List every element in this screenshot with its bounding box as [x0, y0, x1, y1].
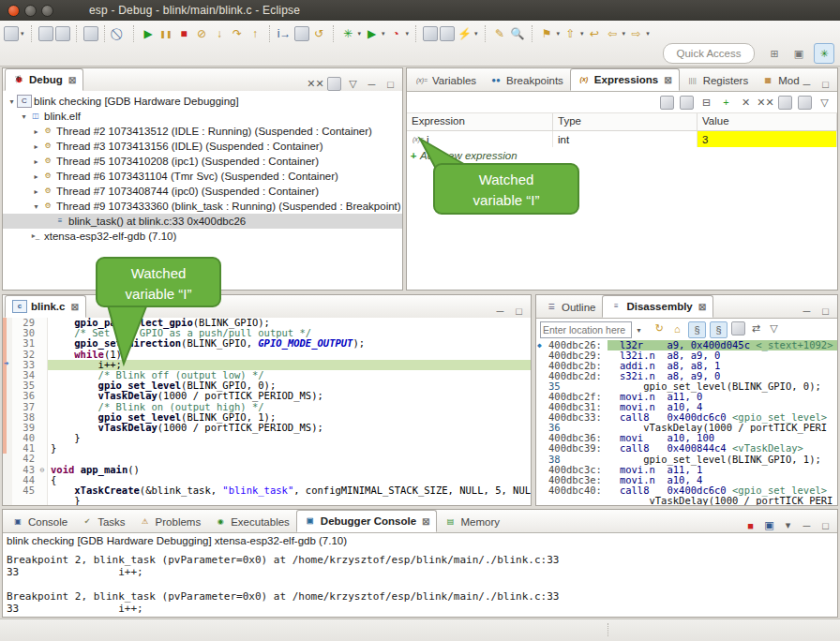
code-line[interactable]: 45 xTaskCreate(&blink_task, "blink_task"… [3, 485, 531, 496]
save-icon[interactable] [38, 26, 53, 41]
maximize-icon[interactable]: □ [818, 77, 832, 91]
tab-disassembly[interactable]: ≡Disassembly⊠ [602, 295, 713, 318]
tree-item[interactable]: ▾Cblink checking [GDB Hardware Debugging… [3, 94, 402, 109]
tree-item[interactable]: ▸⚙Thread #3 1073413156 (IDLE) (Suspended… [3, 139, 402, 154]
tree-item[interactable]: ▸_xtensa-esp32-elf-gdb (7.10) [3, 229, 402, 244]
open-project-icon[interactable] [423, 26, 438, 41]
tab-expressions[interactable]: (x)Expressions⊠ [570, 68, 680, 91]
location-input[interactable] [540, 321, 632, 338]
dropdown-caret-icon[interactable]: ▾ [358, 30, 362, 37]
terminate-icon-red[interactable]: ■ [743, 518, 758, 532]
dropdown-caret-icon[interactable]: ▾ [382, 30, 385, 37]
code-line[interactable]: 41} [3, 443, 531, 454]
maximize-icon[interactable]: □ [512, 304, 526, 318]
tab-close-icon[interactable]: ⊠ [664, 75, 671, 85]
show-source-icon[interactable]: § [688, 321, 706, 338]
fold-marker[interactable]: ⊖ [38, 465, 48, 475]
disassembly-content[interactable]: 400dbc26: l32r a9, 0x400d045c <_stext+10… [536, 340, 837, 505]
show-logical-icon[interactable] [680, 96, 694, 110]
minimize-icon[interactable]: ─ [800, 304, 814, 318]
dropdown-caret-icon[interactable]: ▾ [474, 30, 478, 37]
paintbrush-icon[interactable]: ✎ [492, 26, 508, 42]
show-types-icon[interactable] [660, 96, 674, 110]
tab-blink-c[interactable]: cblink.c⊠ [5, 295, 86, 318]
disassembly-line[interactable]: vTaskDelay(1000 / portTICK_PERI [536, 496, 837, 505]
dropdown-caret-icon[interactable]: ▾ [646, 30, 650, 37]
caret-icon[interactable]: ▾ [781, 518, 795, 532]
code-line[interactable]: 39 vTaskDelay(1000 / portTICK_PERIOD_MS)… [3, 423, 531, 433]
tab-variables[interactable]: (x)=Variables [409, 70, 483, 91]
forward-icon[interactable]: ⇨ [628, 26, 644, 42]
tab-close-icon[interactable]: ⊠ [68, 75, 76, 85]
step-over-icon[interactable]: ↷ [230, 26, 246, 42]
export-icon[interactable] [798, 96, 812, 110]
goto-annotation-icon[interactable]: ⇧ [562, 26, 578, 42]
expander-icon[interactable]: ▾ [19, 112, 29, 121]
view-menu-icon[interactable]: ▽ [818, 96, 832, 110]
tree-item[interactable]: ▾◫blink.elf [3, 109, 402, 124]
bookmark-icon[interactable]: ⚑ [539, 26, 555, 42]
resume-icon[interactable]: ▶ [141, 26, 157, 42]
tab-problems[interactable]: ⚠Problems [132, 512, 208, 532]
search-icon[interactable]: 🔍 [510, 26, 526, 42]
remove-all-icon[interactable]: ✕✕ [758, 96, 772, 110]
instruction-stepping-icon[interactable]: i→ [277, 26, 292, 42]
open-folder-icon[interactable] [440, 26, 455, 41]
quick-access-button[interactable]: Quick Access [663, 43, 755, 64]
display-icon[interactable]: ▣ [762, 518, 776, 532]
track-icon[interactable]: § [710, 321, 728, 338]
view-menu-icon[interactable]: ▽ [346, 77, 360, 91]
expander-icon[interactable]: ▾ [31, 202, 41, 211]
tree-item[interactable]: ▸⚙Thread #6 1073431104 (Tmr Svc) (Suspen… [3, 169, 402, 184]
disconnect-icon[interactable]: ⊘ [194, 26, 210, 42]
maximize-icon[interactable]: □ [818, 304, 832, 318]
back-icon[interactable]: ⇦ [605, 26, 621, 42]
dropdown-caret-icon[interactable]: ▾ [622, 30, 626, 37]
add-icon[interactable]: + [719, 96, 733, 110]
minimize-icon[interactable]: ─ [493, 304, 507, 318]
minimize-icon[interactable]: ─ [800, 518, 814, 532]
expander-icon[interactable]: ▸ [31, 187, 41, 196]
maximize-icon[interactable]: □ [818, 518, 832, 532]
tab-memory[interactable]: ▤Memory [437, 512, 506, 532]
dropdown-caret-icon[interactable]: ▾ [557, 30, 561, 37]
tab-console[interactable]: ▣Console [5, 512, 74, 532]
expander-icon[interactable]: ▸ [31, 142, 41, 151]
column-type[interactable]: Type [553, 113, 698, 130]
instruction-step-icon[interactable] [327, 77, 341, 91]
tree-item[interactable]: ▸⚙Thread #7 1073408744 (ipc0) (Suspended… [3, 184, 402, 199]
open-perspective-icon[interactable]: ⊞ [765, 44, 784, 63]
tab-tasks[interactable]: ✔Tasks [74, 512, 131, 532]
expander-icon[interactable]: ▾ [7, 97, 17, 106]
expander-icon[interactable]: ▸ [31, 127, 41, 136]
editor-content[interactable]: 29 gpio_pad_select_gpio(BLINK_GPIO);30 /… [3, 318, 531, 505]
terminate-icon[interactable]: ■ [176, 26, 192, 42]
window-maximize-button[interactable] [41, 5, 53, 17]
suspend-icon[interactable]: ❚❚ [158, 26, 174, 42]
dropdown-caret-icon[interactable]: ▾ [21, 30, 24, 37]
coverage-launch-icon[interactable]: ◔ [388, 26, 404, 42]
tree-item[interactable]: ▸⚙Thread #2 1073413512 (IDLE : Running) … [3, 124, 402, 139]
expander-icon[interactable]: ▸ [31, 157, 41, 166]
tab-close-icon[interactable]: ⊠ [698, 302, 706, 312]
step-return-icon[interactable]: ↑ [248, 26, 263, 42]
new-view-icon[interactable] [731, 321, 745, 335]
tab-modules[interactable]: ▦Modules [755, 70, 800, 91]
maximize-icon[interactable]: □ [383, 77, 398, 91]
column-value[interactable]: Value [698, 113, 837, 130]
tab-close-icon[interactable]: ⊠ [70, 302, 78, 312]
collapse-all-icon[interactable]: ⊟ [699, 96, 713, 110]
tab-registers[interactable]: ||||Registers [680, 70, 756, 91]
step-into-icon[interactable]: ↓ [212, 26, 228, 42]
remove-icon[interactable]: ✕ [739, 96, 753, 110]
column-expression[interactable]: Expression [407, 113, 553, 130]
new-wizard-icon[interactable] [4, 26, 19, 41]
remove-all-icon[interactable]: ✕✕ [308, 77, 322, 91]
home-icon[interactable]: ⌂ [670, 321, 684, 335]
tree-item[interactable]: ▾⚙Thread #9 1073433360 (blink_task : Run… [3, 199, 402, 214]
tab-outline[interactable]: ☰Outline [538, 297, 602, 318]
flash-icon[interactable]: ⚡ [457, 26, 472, 42]
minimize-icon[interactable]: ─ [365, 77, 379, 91]
tab-debug[interactable]: 🐞Debug⊠ [5, 68, 83, 91]
cpp-perspective-icon[interactable]: ▣ [789, 44, 808, 63]
